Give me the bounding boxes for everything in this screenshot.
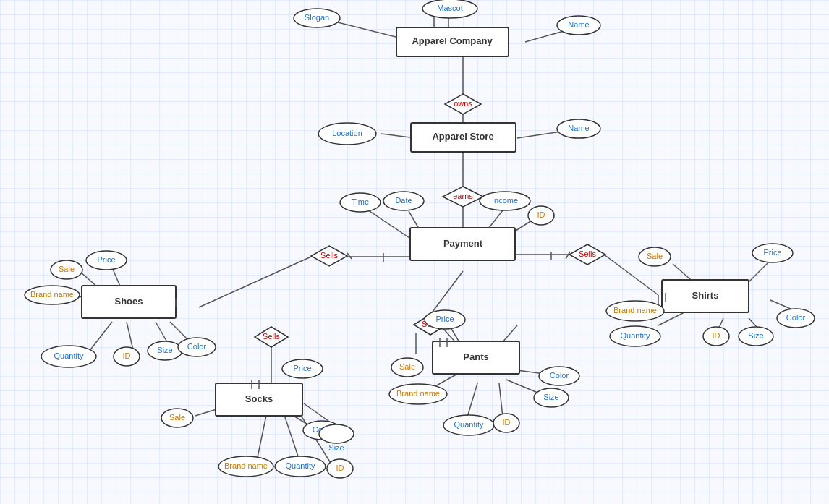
attr-pants-qty-label: Quantity	[454, 420, 484, 429]
attr-shoes-sale-label: Sale	[59, 265, 75, 273]
attr-company-name-label: Name	[568, 20, 589, 29]
attr-shoes-id-label: ID	[123, 351, 131, 360]
svg-line-18	[199, 257, 311, 307]
attr-shirts-color-label: Color	[786, 313, 806, 322]
attr-socks-sale-label: Sale	[169, 413, 185, 422]
entity-shirts-label: Shirts	[692, 290, 719, 301]
attr-pants-price-label: Price	[435, 315, 454, 323]
attr-mascot-label: Mascot	[437, 4, 462, 12]
entity-apparel-company-label: Apparel Company	[412, 35, 493, 46]
attr-socks-id-label: ID	[336, 464, 344, 472]
attr-shirts-id-label: ID	[713, 331, 720, 340]
attr-time-label: Time	[352, 197, 369, 206]
attr-shoes-size-label: Size	[157, 346, 172, 354]
entity-shoes-label: Shoes	[114, 296, 143, 307]
attr-pants-sale-label: Sale	[399, 362, 415, 371]
attr-shirts-sale-label: Sale	[647, 252, 663, 260]
rel-owns-label: owns	[454, 99, 472, 108]
attr-location-label: Location	[332, 129, 362, 137]
attr-pants-id-label: ID	[503, 418, 511, 427]
svg-line-50	[770, 300, 792, 309]
attr-socks-qty-label: Quantity	[286, 461, 315, 470]
svg-line-13	[367, 210, 416, 242]
svg-line-43	[467, 383, 477, 419]
attr-shirts-size-label: Size	[748, 331, 763, 340]
svg-line-55	[566, 252, 570, 259]
attr-slogan-label: Slogan	[305, 13, 329, 22]
entity-pants-label: Pants	[463, 351, 488, 362]
rel-sells-socks-label: Sells	[263, 332, 280, 341]
rel-sells-right-label: Sells	[579, 249, 596, 258]
entity-apparel-store-label: Apparel Store	[432, 131, 493, 142]
attr-socks-size	[319, 424, 354, 443]
attr-shoes-qty-label: Quantity	[54, 351, 84, 360]
svg-line-44	[499, 383, 503, 417]
attr-income-label: Income	[492, 196, 518, 205]
er-diagram: Apparel Company Apparel Store Payment Sh…	[0, 0, 829, 504]
attr-shirts-qty-label: Quantity	[621, 331, 650, 340]
attr-date-label: Date	[395, 196, 412, 205]
attr-socks-price-label: Price	[293, 364, 311, 372]
attr-pants-color-label: Color	[550, 371, 569, 380]
attr-socks-size-label: Size	[328, 443, 344, 452]
attr-shirts-brand-label: Brand name	[613, 306, 657, 315]
svg-line-36	[282, 409, 300, 463]
attr-socks-brand-label: Brand name	[224, 461, 268, 470]
attr-pants-size-label: Size	[543, 393, 558, 401]
svg-line-21	[430, 271, 463, 315]
attr-store-name-label: Name	[568, 124, 589, 132]
attr-shirts-price-label: Price	[763, 248, 781, 257]
entity-socks-label: Socks	[245, 393, 273, 404]
attr-payment-id-label: ID	[537, 210, 545, 219]
rel-earns-label: earns	[453, 192, 473, 200]
rel-sells-left-label: Sells	[320, 251, 338, 260]
attr-pants-brand-label: Brand name	[396, 389, 440, 398]
entity-payment-label: Payment	[443, 238, 483, 249]
attr-shoes-brand-label: Brand name	[30, 290, 74, 299]
attr-shoes-color-label: Color	[187, 342, 207, 351]
attr-shoes-price-label: Price	[97, 255, 115, 264]
